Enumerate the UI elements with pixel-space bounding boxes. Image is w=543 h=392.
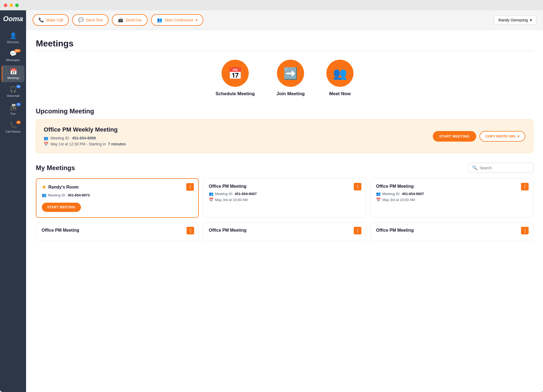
sidebar-item-call-history[interactable]: 3 📞 Call History [2, 119, 24, 136]
join-meeting-circle[interactable]: ➡️ [277, 60, 304, 87]
meeting-menu-button-2[interactable]: ⋮ [354, 183, 361, 190]
messages-badge: 99+ [14, 49, 21, 52]
upcoming-section-title: Upcoming Meeting [36, 107, 533, 115]
meet-now-icon: 👥 [333, 67, 347, 80]
card1-people-icon: 👥 [42, 193, 46, 197]
schedule-meeting-icon: 📅 [228, 67, 242, 80]
upcoming-meeting-info: Office PM Weekly Meeting 👥 Meeting ID: 4… [44, 126, 433, 146]
upcoming-meeting-card: Office PM Weekly Meeting 👥 Meeting ID: 4… [36, 119, 533, 153]
search-box[interactable]: 🔍 [468, 163, 533, 173]
meet-now-circle[interactable]: 👥 [326, 60, 353, 87]
meeting-card-2: ⋮ Office PM Meeting 👥 Meeting ID: 451-65… [203, 178, 366, 218]
title-bar [0, 0, 543, 10]
make-call-icon: 📞 [39, 17, 44, 23]
search-input[interactable] [480, 166, 529, 170]
card3-meeting-id: 451-654-9007 [402, 192, 424, 196]
directory-icon: 👤 [10, 32, 17, 39]
people-icon: 👥 [44, 136, 48, 140]
card2-meeting-id: 451-654-9007 [235, 192, 257, 196]
schedule-meeting-circle[interactable]: 📅 [222, 60, 249, 87]
send-fax-button[interactable]: 📠 Send Fax [112, 14, 148, 26]
schedule-meeting-action[interactable]: 📅 Schedule Meeting [216, 60, 255, 97]
send-text-icon: 💬 [78, 17, 84, 23]
close-button[interactable] [4, 4, 7, 7]
meetings-grid: ⋮ ★ Randy's Room 👥 Meeting ID: 451-654-8… [36, 178, 533, 241]
meeting-card-5: ⋮ Office PM Meeting [203, 222, 366, 241]
make-call-button[interactable]: 📞 Make Call [33, 14, 69, 26]
card2-date: 📅 May 3rd at 10:00 AM [209, 197, 360, 202]
dropdown-chevron-icon: ▾ [530, 18, 532, 22]
traffic-lights [4, 4, 19, 7]
sidebar: Ooma 👤 Directory 99+ 💬 Messages 📅 Meetin… [0, 10, 26, 392]
sidebar-item-meetings[interactable]: 📅 Meetings [2, 65, 24, 82]
sidebar-item-directory[interactable]: 👤 Directory [2, 30, 24, 46]
sidebar-item-voicemail[interactable]: 4 🎧 Voicemail [2, 83, 24, 100]
meetings-icon: 📅 [10, 68, 17, 75]
sidebar-label-voicemail: Voicemail [7, 94, 19, 97]
call-history-badge: 3 [16, 121, 21, 124]
logo-text: Ooma [3, 15, 23, 23]
chevron-down-icon: ▾ [195, 18, 197, 22]
page-title: Meetings [36, 39, 533, 49]
card4-title: Office PM Meeting [42, 228, 193, 233]
upcoming-datetime: May 1st at 12:30 PM - Starting in [50, 142, 106, 146]
fax-badge: 1 [16, 103, 21, 106]
card2-cal-icon: 📅 [209, 197, 213, 202]
maximize-button[interactable] [15, 4, 19, 7]
start-conference-button[interactable]: 👥 Start Conference ▾ [151, 14, 203, 26]
card3-date-text: May 3rd at 10:00 AM [382, 198, 415, 202]
content-area: Meetings 📅 Schedule Meeting ➡️ Joi [26, 30, 543, 392]
card3-date: 📅 May 3rd at 10:00 AM [376, 197, 528, 202]
meet-now-action[interactable]: 👥 Meet Now [326, 60, 353, 97]
sidebar-logo: Ooma [3, 15, 23, 23]
start-conference-label: Start Conference [165, 18, 193, 22]
start-meeting-button[interactable]: START MEETING [433, 131, 476, 142]
sidebar-label-meetings: Meetings [7, 76, 20, 79]
user-dropdown[interactable]: Randy Oomazing ▾ [494, 15, 536, 25]
schedule-meeting-label: Schedule Meeting [216, 91, 255, 97]
meeting-menu-button-5[interactable]: ⋮ [354, 227, 361, 234]
sidebar-item-messages[interactable]: 99+ 💬 Messages [2, 47, 24, 64]
call-history-icon: 📞 [10, 122, 17, 129]
card2-meta: 👥 Meeting ID: 451-654-9007 [209, 192, 360, 196]
card5-title: Office PM Meeting [209, 228, 360, 233]
sidebar-label-call-history: Call History [5, 130, 21, 133]
meeting-actions: 📅 Schedule Meeting ➡️ Join Meeting 👥 [36, 60, 533, 97]
star-icon: ★ [42, 184, 46, 190]
minimize-button[interactable] [10, 4, 13, 7]
join-meeting-action[interactable]: ➡️ Join Meeting [276, 60, 305, 97]
meeting-id-label: Meeting ID: [50, 136, 70, 140]
card3-people-icon: 👥 [376, 192, 381, 196]
voicemail-icon: 🎧 [10, 86, 17, 93]
meeting-card-4: ⋮ Office PM Meeting [36, 222, 199, 241]
card1-meta: 👥 Meeting ID: 451-654-8973 [42, 193, 193, 197]
sidebar-label-directory: Directory [7, 40, 19, 44]
card3-meta: 👥 Meeting ID: 451-654-9007 [376, 192, 528, 196]
meeting-menu-button-6[interactable]: ⋮ [521, 227, 529, 234]
card1-start-button[interactable]: START MEETING [42, 203, 81, 212]
copy-invite-url-button[interactable]: COPY INVITE URL ▾ [479, 131, 525, 142]
join-meeting-label: Join Meeting [276, 91, 305, 97]
sidebar-label-messages: Messages [6, 58, 20, 62]
upcoming-meeting-actions: START MEETING COPY INVITE URL ▾ [433, 131, 525, 142]
send-fax-label: Send Fax [125, 18, 142, 22]
card2-title: Office PM Meeting [209, 184, 360, 189]
meeting-menu-button-4[interactable]: ⋮ [187, 227, 194, 234]
upcoming-meeting-title: Office PM Weekly Meeting [44, 126, 433, 133]
meeting-menu-button-3[interactable]: ⋮ [521, 183, 529, 190]
my-meetings-header: My Meetings 🔍 [36, 163, 533, 173]
voicemail-badge: 4 [16, 85, 21, 88]
starting-in: 7 minutes [108, 142, 126, 146]
user-name: Randy Oomazing [498, 18, 528, 22]
copy-invite-label: COPY INVITE URL [485, 134, 516, 138]
sidebar-item-fax[interactable]: 1 📠 Fax [2, 101, 24, 118]
app-layout: Ooma 👤 Directory 99+ 💬 Messages 📅 Meetin… [0, 10, 543, 392]
my-meetings-title: My Meetings [36, 164, 75, 172]
meeting-card-6: ⋮ Office PM Meeting [370, 222, 533, 241]
send-text-button[interactable]: 💬 Send Text [72, 14, 109, 26]
main-content: 📞 Make Call 💬 Send Text 📠 Send Fax 👥 Sta… [26, 10, 543, 392]
toolbar: 📞 Make Call 💬 Send Text 📠 Send Fax 👥 Sta… [26, 10, 543, 30]
meeting-menu-button-1[interactable]: ⋮ [186, 183, 194, 191]
meeting-card-3: ⋮ Office PM Meeting 👥 Meeting ID: 451-65… [370, 178, 533, 218]
send-fax-icon: 📠 [118, 17, 123, 23]
